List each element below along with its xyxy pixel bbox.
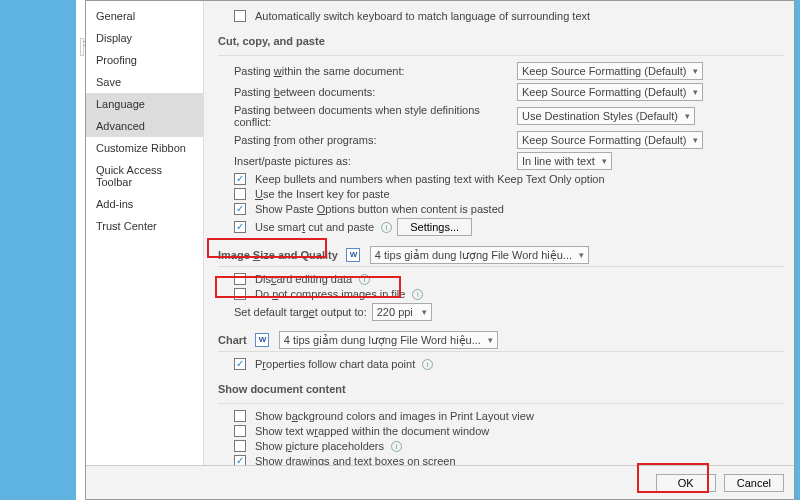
dialog-footer: OK Cancel bbox=[86, 465, 794, 499]
document-icon bbox=[346, 248, 360, 262]
label-discard-editing: Discard editing data bbox=[255, 273, 352, 285]
checkbox-no-compress[interactable] bbox=[234, 288, 246, 300]
dropdown-paste-between[interactable]: Keep Source Formatting (Default) bbox=[517, 83, 703, 101]
sidebar-item-proofing[interactable]: Proofing bbox=[86, 49, 203, 71]
info-icon: i bbox=[391, 441, 402, 452]
label-properties-follow: Properties follow chart data point bbox=[255, 358, 415, 370]
sidebar-item-display[interactable]: Display bbox=[86, 27, 203, 49]
label-paste-between: Pasting between documents: bbox=[234, 86, 512, 98]
ok-button[interactable]: OK bbox=[656, 474, 716, 492]
sidebar-item-save[interactable]: Save bbox=[86, 71, 203, 93]
dropdown-insert-pictures[interactable]: In line with text bbox=[517, 152, 612, 170]
checkbox-show-paste-options[interactable]: ✓ bbox=[234, 203, 246, 215]
label-keep-bullets: Keep bullets and numbers when pasting te… bbox=[255, 173, 605, 185]
checkbox-pic-placeholders[interactable] bbox=[234, 440, 246, 452]
checkbox-discard-editing[interactable] bbox=[234, 273, 246, 285]
label-drawings: Show drawings and text boxes on screen bbox=[255, 455, 456, 465]
label-paste-within: Pasting within the same document: bbox=[234, 65, 512, 77]
checkbox-text-wrapped[interactable] bbox=[234, 425, 246, 437]
section-image-size-quality: Image Size and Quality bbox=[218, 249, 338, 261]
label-text-wrapped: Show text wrapped within the document wi… bbox=[255, 425, 489, 437]
checkbox-properties-follow[interactable]: ✓ bbox=[234, 358, 246, 370]
label-bg-colors: Show background colors and images in Pri… bbox=[255, 410, 534, 422]
info-icon: i bbox=[422, 359, 433, 370]
sidebar-item-customize-ribbon[interactable]: Customize Ribbon bbox=[86, 137, 203, 159]
section-show-document-content: Show document content bbox=[218, 383, 346, 395]
ruler-fragment: 14 bbox=[80, 38, 84, 56]
label-smart-cut: Use smart cut and paste bbox=[255, 221, 374, 233]
checkbox-insert-key[interactable] bbox=[234, 188, 246, 200]
checkbox-bg-colors[interactable] bbox=[234, 410, 246, 422]
label-insert-pictures: Insert/paste pictures as: bbox=[234, 155, 512, 167]
checkbox-keep-bullets[interactable]: ✓ bbox=[234, 173, 246, 185]
sidebar-item-advanced[interactable]: Advanced bbox=[86, 115, 203, 137]
dropdown-ppi[interactable]: 220 ppi bbox=[372, 303, 432, 321]
dropdown-image-document[interactable]: 4 tips giảm dung lượng File Word hiệu... bbox=[370, 246, 589, 264]
section-chart: Chart bbox=[218, 334, 247, 346]
dropdown-paste-other[interactable]: Keep Source Formatting (Default) bbox=[517, 131, 703, 149]
label-paste-other: Pasting from other programs: bbox=[234, 134, 512, 146]
document-icon bbox=[255, 333, 269, 347]
options-content: Automatically switch keyboard to match l… bbox=[204, 1, 794, 465]
info-icon: i bbox=[381, 222, 392, 233]
dropdown-chart-document[interactable]: 4 tips giảm dung lượng File Word hiệu... bbox=[279, 331, 498, 349]
label-auto-keyboard: Automatically switch keyboard to match l… bbox=[255, 10, 590, 22]
sidebar-item-trust-center[interactable]: Trust Center bbox=[86, 215, 203, 237]
label-show-paste-options: Show Paste Options button when content i… bbox=[255, 203, 504, 215]
options-dialog: General Display Proofing Save Language A… bbox=[85, 0, 795, 500]
label-pic-placeholders: Show picture placeholders bbox=[255, 440, 384, 452]
dropdown-paste-within[interactable]: Keep Source Formatting (Default) bbox=[517, 62, 703, 80]
sidebar-item-language[interactable]: Language bbox=[86, 93, 203, 115]
label-no-compress: Do not compress images in file bbox=[255, 288, 405, 300]
sidebar-item-general[interactable]: General bbox=[86, 5, 203, 27]
label-default-target: Set default target output to: bbox=[234, 306, 367, 318]
checkbox-auto-keyboard[interactable] bbox=[234, 10, 246, 22]
info-icon: i bbox=[359, 274, 370, 285]
checkbox-drawings[interactable]: ✓ bbox=[234, 455, 246, 465]
options-sidebar: General Display Proofing Save Language A… bbox=[86, 1, 204, 465]
section-cut-copy-paste: Cut, copy, and paste bbox=[218, 35, 325, 47]
cancel-button[interactable]: Cancel bbox=[724, 474, 784, 492]
info-icon: i bbox=[412, 289, 423, 300]
label-paste-conflict: Pasting between documents when style def… bbox=[234, 104, 512, 128]
sidebar-item-quick-access-toolbar[interactable]: Quick Access Toolbar bbox=[86, 159, 203, 193]
label-insert-key: Use the Insert key for paste bbox=[255, 188, 390, 200]
checkbox-smart-cut[interactable]: ✓ bbox=[234, 221, 246, 233]
dropdown-paste-conflict[interactable]: Use Destination Styles (Default) bbox=[517, 107, 695, 125]
settings-button[interactable]: Settings... bbox=[397, 218, 472, 236]
sidebar-item-addins[interactable]: Add-ins bbox=[86, 193, 203, 215]
